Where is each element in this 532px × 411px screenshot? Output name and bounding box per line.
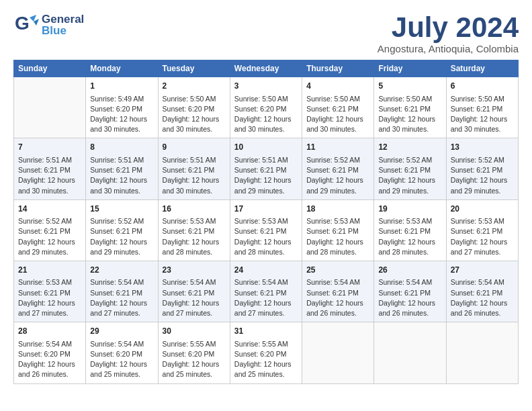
cell-info-line: and 27 minutes. xyxy=(234,308,298,318)
cell-info-line: Daylight: 12 hours xyxy=(306,175,369,185)
cell-info-line: Daylight: 12 hours xyxy=(163,175,226,185)
cell-info-line: Sunrise: 5:50 AM xyxy=(378,94,441,104)
cell-info-line: Sunrise: 5:50 AM xyxy=(163,94,226,104)
cell-info-line: and 29 minutes. xyxy=(234,186,298,196)
cell-info-line: and 30 minutes. xyxy=(90,124,153,134)
cell-info-line: Sunrise: 5:52 AM xyxy=(90,216,153,226)
day-number: 18 xyxy=(306,203,369,215)
day-number: 29 xyxy=(90,326,153,337)
day-number: 24 xyxy=(234,265,298,276)
cell-info-line: Sunset: 6:21 PM xyxy=(18,226,81,236)
cell-info-line: and 28 minutes. xyxy=(306,247,369,257)
cell-info-line: Daylight: 12 hours xyxy=(306,298,369,308)
cell-info-line: Daylight: 12 hours xyxy=(378,237,441,247)
cell-info-line: Sunset: 6:21 PM xyxy=(90,165,153,175)
calendar-cell: 24Sunrise: 5:54 AMSunset: 6:21 PMDayligh… xyxy=(230,261,302,322)
day-number: 20 xyxy=(451,203,514,215)
cell-info-line: Sunrise: 5:54 AM xyxy=(90,339,153,349)
cell-info-line: Sunset: 6:21 PM xyxy=(451,104,514,114)
cell-info-line: and 30 minutes. xyxy=(90,186,153,196)
cell-info-line: and 29 minutes. xyxy=(90,247,153,257)
cell-info-line: Sunset: 6:21 PM xyxy=(234,288,298,298)
cell-info-line: Daylight: 12 hours xyxy=(451,175,514,185)
cell-info-line: Sunrise: 5:53 AM xyxy=(234,216,298,226)
day-number: 17 xyxy=(234,203,298,215)
calendar-body: 1Sunrise: 5:49 AMSunset: 6:20 PMDaylight… xyxy=(14,77,519,383)
calendar-cell: 17Sunrise: 5:53 AMSunset: 6:21 PMDayligh… xyxy=(230,199,302,261)
day-number: 15 xyxy=(90,203,153,215)
calendar-cell: 5Sunrise: 5:50 AMSunset: 6:21 PMDaylight… xyxy=(374,77,446,138)
cell-info-line: Sunrise: 5:52 AM xyxy=(18,216,81,226)
cell-info-line: Daylight: 12 hours xyxy=(234,237,298,247)
cell-info-line: Sunrise: 5:53 AM xyxy=(378,216,441,226)
cell-info-line: Sunset: 6:20 PM xyxy=(234,349,298,359)
cell-info-line: Daylight: 12 hours xyxy=(234,298,298,308)
cell-info-line: Sunrise: 5:50 AM xyxy=(234,94,298,104)
cell-info-line: Daylight: 12 hours xyxy=(163,298,226,308)
cell-info-line: Sunrise: 5:54 AM xyxy=(18,339,81,349)
calendar-cell: 16Sunrise: 5:53 AMSunset: 6:21 PMDayligh… xyxy=(158,199,230,261)
cell-info-line: Sunset: 6:21 PM xyxy=(18,288,81,298)
day-number: 13 xyxy=(451,142,514,153)
cell-info-line: and 30 minutes. xyxy=(163,186,226,196)
cell-info-line: Daylight: 12 hours xyxy=(234,114,298,124)
calendar-header: Sunday Monday Tuesday Wednesday Thursday… xyxy=(14,60,519,77)
subtitle: Angostura, Antioquia, Colombia xyxy=(378,43,519,54)
calendar-cell: 19Sunrise: 5:53 AMSunset: 6:21 PMDayligh… xyxy=(374,199,446,261)
cell-info-line: Sunset: 6:21 PM xyxy=(306,226,369,236)
calendar-week-4: 21Sunrise: 5:53 AMSunset: 6:21 PMDayligh… xyxy=(14,261,519,322)
cell-info-line: and 25 minutes. xyxy=(163,369,226,379)
cell-info-line: Daylight: 12 hours xyxy=(306,114,369,124)
cell-info-line: Sunset: 6:21 PM xyxy=(234,226,298,236)
header: G General Blue July 2024 Angostura, Anti… xyxy=(13,12,519,54)
calendar-cell xyxy=(14,77,86,138)
cell-info-line: Daylight: 12 hours xyxy=(378,114,441,124)
cell-info-line: and 29 minutes. xyxy=(451,186,514,196)
calendar-cell: 28Sunrise: 5:54 AMSunset: 6:20 PMDayligh… xyxy=(14,322,86,383)
calendar-cell: 9Sunrise: 5:51 AMSunset: 6:21 PMDaylight… xyxy=(158,138,230,199)
cell-info-line: and 30 minutes. xyxy=(306,124,369,134)
cell-info-line: Daylight: 12 hours xyxy=(378,298,441,308)
calendar-week-5: 28Sunrise: 5:54 AMSunset: 6:20 PMDayligh… xyxy=(14,322,519,383)
cell-info-line: Sunset: 6:21 PM xyxy=(163,288,226,298)
cell-info-line: and 30 minutes. xyxy=(234,124,298,134)
cell-info-line: Daylight: 12 hours xyxy=(451,298,514,308)
cell-info-line: and 25 minutes. xyxy=(234,369,298,379)
cell-info-line: Sunset: 6:20 PM xyxy=(163,104,226,114)
calendar-week-2: 7Sunrise: 5:51 AMSunset: 6:21 PMDaylight… xyxy=(14,138,519,199)
cell-info-line: and 26 minutes. xyxy=(378,308,441,318)
cell-info-line: Sunrise: 5:54 AM xyxy=(378,277,441,287)
cell-info-line: Daylight: 12 hours xyxy=(18,237,81,247)
day-number: 25 xyxy=(306,265,369,276)
day-number: 4 xyxy=(306,81,369,92)
calendar-cell: 29Sunrise: 5:54 AMSunset: 6:20 PMDayligh… xyxy=(86,322,158,383)
calendar-cell: 20Sunrise: 5:53 AMSunset: 6:21 PMDayligh… xyxy=(446,199,518,261)
calendar-cell: 8Sunrise: 5:51 AMSunset: 6:21 PMDaylight… xyxy=(86,138,158,199)
calendar-cell: 30Sunrise: 5:55 AMSunset: 6:20 PMDayligh… xyxy=(158,322,230,383)
cell-info-line: and 26 minutes. xyxy=(306,308,369,318)
cell-info-line: Daylight: 12 hours xyxy=(90,175,153,185)
cell-info-line: and 29 minutes. xyxy=(18,247,81,257)
calendar-cell: 11Sunrise: 5:52 AMSunset: 6:21 PMDayligh… xyxy=(302,138,374,199)
day-number: 9 xyxy=(163,142,226,153)
cell-info-line: Daylight: 12 hours xyxy=(234,359,298,369)
cell-info-line: Sunset: 6:21 PM xyxy=(234,165,298,175)
cell-info-line: Sunrise: 5:51 AM xyxy=(234,155,298,165)
day-number: 7 xyxy=(18,142,81,153)
day-number: 10 xyxy=(234,142,298,153)
cell-info-line: Daylight: 12 hours xyxy=(90,359,153,369)
day-number: 8 xyxy=(90,142,153,153)
cell-info-line: Sunset: 6:21 PM xyxy=(378,165,441,175)
header-monday: Monday xyxy=(86,60,158,77)
cell-info-line: Sunset: 6:20 PM xyxy=(90,104,153,114)
cell-info-line: Sunset: 6:21 PM xyxy=(306,288,369,298)
calendar-cell: 10Sunrise: 5:51 AMSunset: 6:21 PMDayligh… xyxy=(230,138,302,199)
cell-info-line: Sunset: 6:21 PM xyxy=(163,165,226,175)
cell-info-line: Daylight: 12 hours xyxy=(306,237,369,247)
cell-info-line: Sunrise: 5:53 AM xyxy=(18,277,81,287)
cell-info-line: Sunset: 6:21 PM xyxy=(18,165,81,175)
day-number: 31 xyxy=(234,326,298,337)
cell-info-line: Sunrise: 5:52 AM xyxy=(378,155,441,165)
cell-info-line: Sunrise: 5:53 AM xyxy=(451,216,514,226)
calendar-cell: 22Sunrise: 5:54 AMSunset: 6:21 PMDayligh… xyxy=(86,261,158,322)
